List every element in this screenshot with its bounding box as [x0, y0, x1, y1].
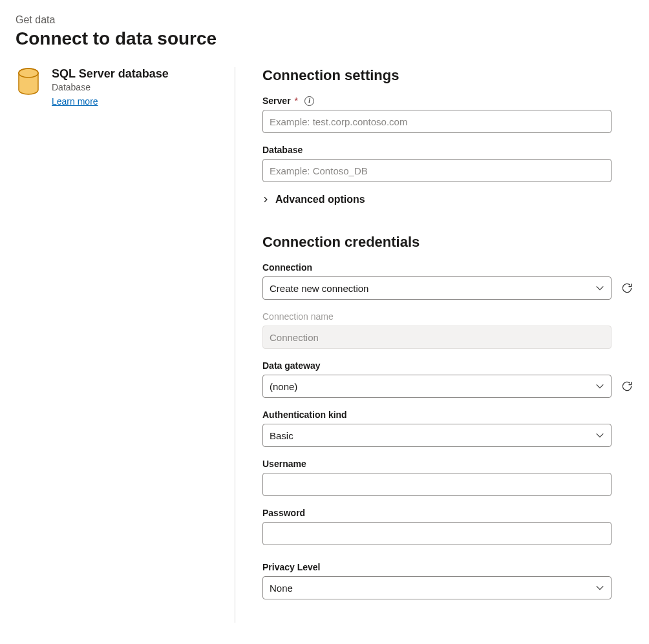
chevron-down-icon — [595, 583, 604, 592]
connection-settings-heading: Connection settings — [262, 67, 633, 84]
source-name: SQL Server database — [52, 67, 169, 81]
connection-select[interactable]: Create new connection — [262, 276, 612, 300]
privacy-level-label: Privacy Level — [262, 562, 633, 572]
authentication-kind-label: Authentication kind — [262, 410, 633, 420]
connection-label: Connection — [262, 262, 633, 273]
connection-credentials-heading: Connection credentials — [262, 234, 633, 251]
password-label: Password — [262, 508, 633, 518]
page-title: Connect to data source — [16, 28, 633, 49]
database-label: Database — [262, 145, 633, 155]
password-input[interactable] — [262, 522, 612, 545]
database-icon — [16, 67, 41, 93]
refresh-icon[interactable] — [621, 380, 633, 393]
connection-name-label: Connection name — [262, 311, 633, 322]
chevron-right-icon — [262, 196, 269, 203]
data-gateway-select[interactable]: (none) — [262, 375, 612, 398]
privacy-level-select[interactable]: None — [262, 576, 612, 599]
chevron-down-icon — [595, 284, 604, 293]
authentication-kind-select[interactable]: Basic — [262, 424, 612, 447]
data-gateway-label: Data gateway — [262, 360, 633, 371]
username-input[interactable] — [262, 473, 612, 496]
server-input[interactable] — [262, 110, 612, 133]
source-panel: SQL Server database Database Learn more — [16, 67, 235, 623]
database-input[interactable] — [262, 159, 612, 182]
chevron-down-icon — [595, 431, 604, 440]
chevron-down-icon — [595, 382, 604, 391]
learn-more-link[interactable]: Learn more — [52, 96, 98, 107]
info-icon[interactable]: i — [304, 96, 314, 106]
refresh-icon[interactable] — [621, 282, 633, 295]
breadcrumb: Get data — [16, 14, 633, 26]
server-label: Server * i — [262, 96, 633, 106]
source-category: Database — [52, 82, 169, 92]
username-label: Username — [262, 459, 633, 469]
advanced-options-toggle[interactable]: Advanced options — [262, 194, 633, 205]
required-indicator: * — [295, 96, 298, 106]
connection-name-input — [262, 326, 612, 349]
